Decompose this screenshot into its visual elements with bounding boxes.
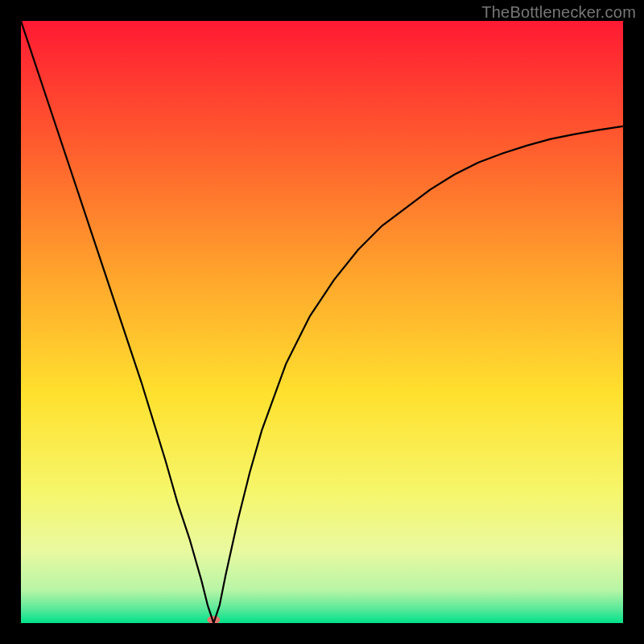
watermark-text: TheBottlenecker.com — [481, 3, 636, 22]
gradient-background — [21, 21, 623, 623]
plot-frame — [21, 21, 623, 623]
bottleneck-chart — [21, 21, 623, 623]
